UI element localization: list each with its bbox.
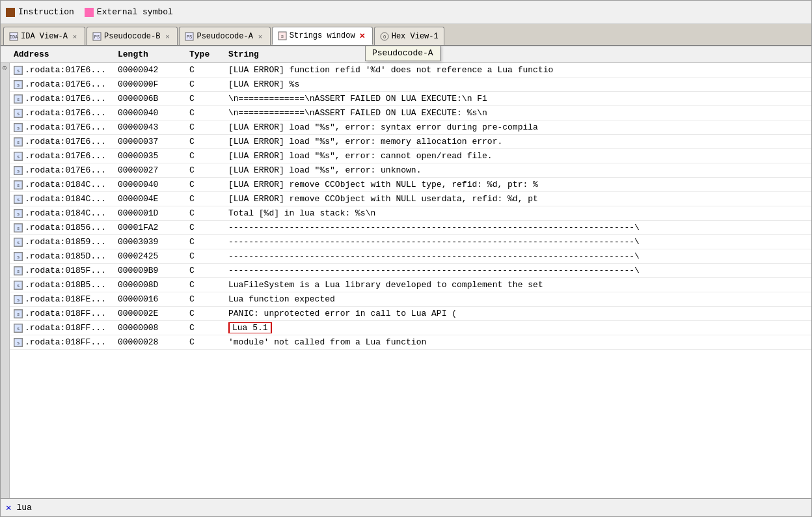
tab-hex-label: Hex View-1 [392,32,439,41]
cell-length: 00000035 [114,150,185,161]
tab-psa-icon: PS [185,32,194,41]
table-row[interactable]: s.rodata:017E6...00000040C\n============… [10,106,811,120]
strings-table[interactable]: s.rodata:017E6...00000042C[LUA ERROR] fu… [10,63,811,498]
table-row[interactable]: s.rodata:017E6...00000043C[LUA ERROR] lo… [10,120,811,135]
external-color-box [85,8,94,17]
table-row[interactable]: s.rodata:01856...00001FA2C--------------… [10,221,811,235]
cell-address: s.rodata:018FF... [10,308,114,319]
cell-length: 0000008D [114,279,185,290]
row-icon: s [14,309,23,318]
table-row[interactable]: s.rodata:017E6...00000042C[LUA ERROR] fu… [10,63,811,77]
cell-string: ----------------------------------------… [224,222,811,233]
tab-psb-close[interactable]: × [163,32,172,41]
cell-string: [LUA ERROR] load "%s", error: unknown. [224,165,811,176]
svg-text:s: s [280,33,284,39]
row-icon: s [14,166,23,175]
cell-type: C [185,136,224,147]
table-row[interactable]: s.rodata:018FE...00000016CLua function e… [10,292,811,307]
tab-ida-view-a[interactable]: IDA IDA View-A × [3,27,85,45]
tab-psa-close[interactable]: × [256,32,265,41]
tab-hex-view-1[interactable]: O Hex View-1 [374,27,444,45]
cell-length: 0000000F [114,79,185,90]
addr-text: .rodata:018FF... [25,309,106,318]
row-icon: s [14,338,23,347]
cell-length: 00000040 [114,107,185,119]
tab-ida-close[interactable]: × [70,32,79,41]
pseudocode-popup-label: Pseudocode-A [372,48,433,58]
table-row[interactable]: s.rodata:017E6...00000037C[LUA ERROR] lo… [10,135,811,149]
addr-text: .rodata:017E6... [25,165,106,175]
status-close-icon[interactable]: ✕ [6,502,11,513]
table-row[interactable]: s.rodata:018B5...0000008DCLuaFileSystem … [10,278,811,292]
svg-text:s: s [17,97,20,102]
col-header-address: Address [10,48,114,61]
cell-string: ----------------------------------------… [224,236,811,247]
svg-text:s: s [17,126,20,131]
cell-length: 00000040 [114,179,185,190]
svg-text:s: s [17,111,20,117]
table-row[interactable]: s.rodata:018FF...00000008CLua 5.1 [10,321,811,335]
row-icon: s [14,252,23,261]
table-row[interactable]: s.rodata:0185D...00002425C--------------… [10,249,811,264]
cell-type: C [185,265,224,276]
cell-type: C [185,93,224,104]
table-row[interactable]: s.rodata:017E6...0000006BC\n============… [10,92,811,106]
addr-text: .rodata:0184C... [25,208,106,218]
cell-string: [LUA ERROR] load "%s", error: syntax err… [224,122,811,133]
addr-text: .rodata:017E6... [25,94,106,104]
cell-string: Lua 5.1 [224,322,811,333]
svg-text:s: s [17,169,20,174]
svg-text:PS: PS [187,35,192,40]
svg-text:s: s [17,283,20,288]
tab-strings-icon: s [278,31,287,40]
cell-string: \n=============\nASSERT FAILED ON LUA EX… [224,93,811,104]
table-row[interactable]: s.rodata:017E6...0000000FC[LUA ERROR] %s [10,77,811,92]
cell-length: 0000004E [114,193,185,204]
table-row[interactable]: s.rodata:018FF...0000002ECPANIC: unprote… [10,307,811,321]
row-icon: s [14,80,23,89]
cell-string: [LUA ERROR] load "%s", error: memory all… [224,136,811,147]
cell-type: C [185,122,224,133]
legend-instruction: Instruction [6,7,74,17]
cell-address: s.rodata:0184C... [10,208,114,219]
col-header-type: Type [185,48,224,61]
table-row[interactable]: s.rodata:0184C...0000004EC[LUA ERROR] re… [10,192,811,206]
edge-letter: e [1,63,8,73]
status-search-value: lua [16,503,31,512]
table-row[interactable]: s.rodata:0184C...00000040C[LUA ERROR] re… [10,178,811,192]
row-icon: s [14,137,23,147]
row-icon: s [14,195,23,204]
table-row[interactable]: s.rodata:017E6...00000027C[LUA ERROR] lo… [10,163,811,178]
tab-psb-icon: PS [92,32,102,41]
row-icon: s [14,281,23,290]
cell-string: [LUA ERROR] load "%s", error: cannot ope… [224,150,811,161]
col-header-string: String [224,48,811,61]
tab-strings-close[interactable]: ✕ [358,31,367,40]
status-bar: ✕ lua [1,498,811,516]
addr-text: .rodata:017E6... [25,79,106,89]
table-row[interactable]: s.rodata:018FF...00000028C'module' not c… [10,335,811,350]
table-row[interactable]: s.rodata:0184C...0000001DCTotal [%d] in … [10,206,811,221]
cell-type: C [185,308,224,319]
table-row[interactable]: s.rodata:01859...00003039C--------------… [10,235,811,249]
table-row[interactable]: s.rodata:0185F...000009B9C--------------… [10,264,811,278]
tab-pseudocode-a[interactable]: PS Pseudocode-A × [179,27,270,45]
addr-text: .rodata:0185D... [25,251,106,261]
cell-address: s.rodata:0184C... [10,179,114,190]
svg-text:s: s [17,312,20,317]
addr-text: .rodata:017E6... [25,65,106,75]
cell-string: 'module' not called from a Lua function [224,337,811,348]
cell-length: 00000008 [114,322,185,333]
svg-text:s: s [17,183,20,188]
table-row[interactable]: s.rodata:017E6...00000035C[LUA ERROR] lo… [10,149,811,163]
cell-address: s.rodata:0184C... [10,193,114,204]
tab-pseudocode-b[interactable]: PS Pseudocode-B × [87,27,178,45]
main-window: Instruction External symbol IDA IDA View… [0,0,812,517]
row-icon: s [14,109,23,118]
legend-bar: Instruction External symbol [1,1,811,24]
cell-type: C [185,165,224,176]
cell-address: s.rodata:017E6... [10,165,114,176]
svg-text:s: s [17,298,20,303]
cell-type: C [185,150,224,161]
tab-strings-window[interactable]: s Strings window ✕ [272,27,373,45]
